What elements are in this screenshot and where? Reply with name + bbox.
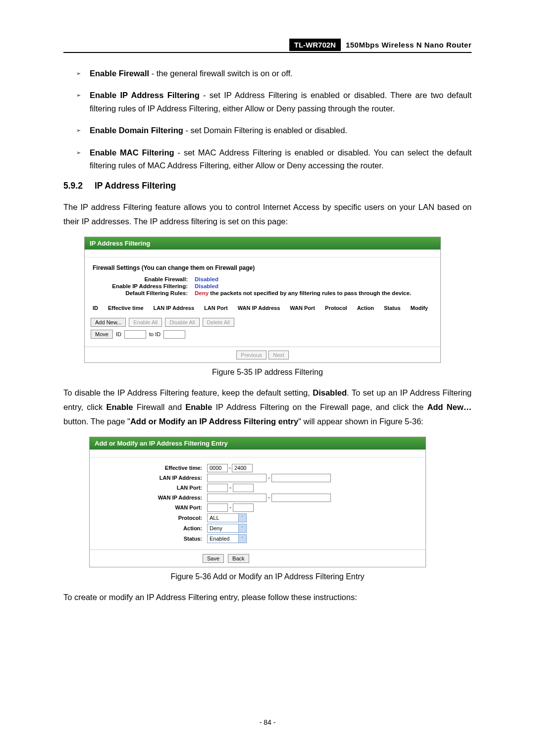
move-from-input[interactable] bbox=[124, 330, 146, 339]
form-label: WAN IP Address: bbox=[96, 495, 207, 501]
chevron-down-icon: ˅ bbox=[238, 514, 246, 522]
action-select[interactable]: Deny˅ bbox=[207, 524, 247, 533]
lan-port-to-input[interactable] bbox=[233, 484, 254, 492]
wan-ip-from-input[interactable] bbox=[207, 494, 267, 502]
form-label: Protocol: bbox=[96, 515, 207, 521]
lan-port-from-input[interactable] bbox=[207, 484, 228, 492]
page-number: - 84 - bbox=[0, 718, 535, 726]
form-label: LAN Port: bbox=[96, 485, 207, 491]
bullet-arrow-icon: ➢ bbox=[76, 124, 81, 137]
figure-caption: Figure 5-36 Add or Modify an IP Address … bbox=[63, 572, 472, 581]
paragraph: To create or modify an IP Address Filter… bbox=[63, 590, 472, 605]
lan-ip-from-input[interactable] bbox=[207, 474, 267, 482]
page-header: TL-WR702N 150Mbps Wireless N Nano Router bbox=[63, 39, 472, 53]
setting-value: Disabled bbox=[195, 276, 218, 282]
figure-36-panel: Add or Modify an IP Address Filtering En… bbox=[89, 437, 426, 567]
bullet-item: ➢ Enable IP Address Filtering - set IP A… bbox=[76, 89, 472, 115]
figure-35-panel: IP Address Filtering Firewall Settings (… bbox=[84, 237, 441, 363]
section-title: IP Address Filtering bbox=[95, 181, 176, 191]
status-select[interactable]: Enabled˅ bbox=[207, 534, 247, 543]
form-label: LAN IP Address: bbox=[96, 475, 207, 481]
section-heading: 5.9.2IP Address Filtering bbox=[63, 181, 472, 191]
bullet-term: Enable Firewall bbox=[90, 69, 149, 78]
bullet-arrow-icon: ➢ bbox=[76, 146, 81, 172]
setting-value: Disabled bbox=[195, 283, 218, 289]
setting-label: Enable IP Address Filtering: bbox=[91, 283, 195, 289]
move-button[interactable]: Move bbox=[91, 330, 113, 339]
next-button[interactable]: Next bbox=[268, 351, 289, 359]
bullet-item: ➢ Enable Firewall - the general firewall… bbox=[76, 67, 472, 80]
wan-port-to-input[interactable] bbox=[233, 504, 254, 512]
bullet-list: ➢ Enable Firewall - the general firewall… bbox=[76, 67, 472, 172]
paragraph: The IP address Filtering feature allows … bbox=[63, 200, 472, 229]
lan-ip-to-input[interactable] bbox=[271, 474, 331, 482]
form-label: Effective time: bbox=[96, 465, 207, 471]
setting-value: Deny the packets not specified by any fi… bbox=[195, 290, 411, 296]
bullet-item: ➢ Enable Domain Filtering - set Domain F… bbox=[76, 124, 472, 137]
chevron-down-icon: ˅ bbox=[238, 524, 246, 532]
bullet-term: Enable Domain Filtering bbox=[90, 126, 183, 135]
bullet-term: Enable MAC Filtering bbox=[90, 148, 174, 157]
to-id-label: to ID bbox=[149, 331, 160, 337]
enable-all-button[interactable]: Enable All bbox=[129, 318, 162, 327]
model-badge: TL-WR702N bbox=[289, 39, 341, 51]
id-label: ID bbox=[116, 331, 121, 337]
paragraph: To disable the IP Address Filtering feat… bbox=[63, 386, 472, 429]
effective-time-to-input[interactable] bbox=[232, 464, 253, 472]
panel-header: Add or Modify an IP Address Filtering En… bbox=[90, 437, 426, 450]
delete-all-button[interactable]: Delete All bbox=[203, 318, 234, 327]
bullet-arrow-icon: ➢ bbox=[76, 67, 81, 80]
bullet-term: Enable IP Address Filtering bbox=[90, 91, 200, 100]
save-button[interactable]: Save bbox=[203, 554, 224, 563]
protocol-select[interactable]: ALL˅ bbox=[207, 513, 247, 522]
bullet-desc: - set Domain Filtering is enabled or dis… bbox=[183, 126, 347, 135]
form-label: WAN Port: bbox=[96, 504, 207, 510]
setting-label: Default Filtering Rules: bbox=[91, 290, 195, 296]
panel-header: IP Address Filtering bbox=[85, 237, 440, 250]
table-header-row: ID Effective time LAN IP Address LAN Por… bbox=[91, 305, 434, 311]
back-button[interactable]: Back bbox=[228, 554, 249, 563]
bullet-desc: - the general firewall switch is on or o… bbox=[149, 69, 293, 78]
wan-ip-to-input[interactable] bbox=[271, 494, 331, 502]
effective-time-from-input[interactable] bbox=[207, 464, 228, 472]
form-label: Status: bbox=[96, 536, 207, 542]
move-to-input[interactable] bbox=[163, 330, 185, 339]
bullet-item: ➢ Enable MAC Filtering - set MAC Address… bbox=[76, 146, 472, 172]
form-label: Action: bbox=[96, 525, 207, 531]
chevron-down-icon: ˅ bbox=[238, 535, 246, 543]
add-new-button[interactable]: Add New... bbox=[91, 318, 126, 327]
figure-caption: Figure 5-35 IP address Filtering bbox=[63, 368, 472, 377]
section-number: 5.9.2 bbox=[63, 181, 83, 191]
previous-button[interactable]: Previous bbox=[236, 351, 267, 359]
settings-title: Firewall Settings (You can change them o… bbox=[93, 264, 434, 271]
setting-label: Enable Firewall: bbox=[91, 276, 195, 282]
disable-all-button[interactable]: Disable All bbox=[165, 318, 199, 327]
product-description: 150Mbps Wireless N Nano Router bbox=[346, 41, 472, 49]
wan-port-from-input[interactable] bbox=[207, 504, 228, 512]
bullet-arrow-icon: ➢ bbox=[76, 89, 81, 115]
